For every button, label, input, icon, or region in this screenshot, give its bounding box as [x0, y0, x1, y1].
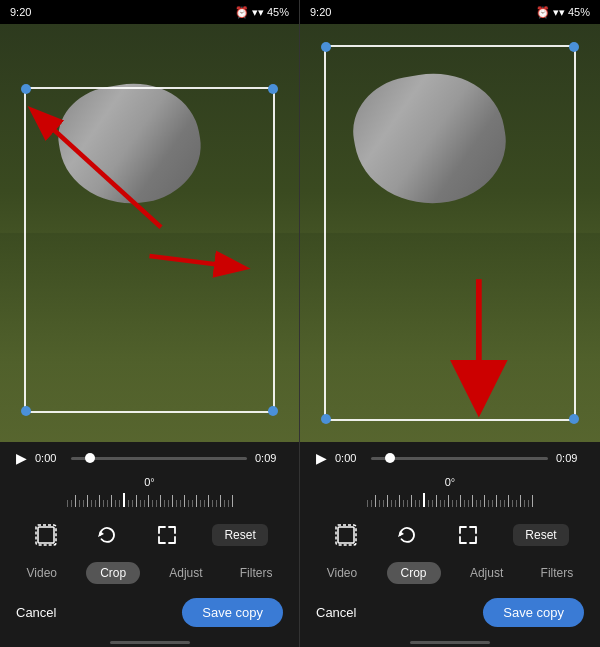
status-bar-right: 9:20 ⏰ ▾▾ 45%	[300, 0, 600, 24]
rotation-bar-left: 0°	[0, 474, 299, 514]
tab-adjust-left[interactable]: Adjust	[161, 562, 210, 584]
wifi-icon-right: ▾▾	[553, 6, 565, 19]
status-icons-right: ⏰ ▾▾ 45%	[536, 6, 590, 19]
alarm-icon: ⏰	[235, 6, 249, 19]
rotate-tool-icon-right[interactable]	[392, 520, 422, 550]
home-bar-right	[410, 641, 490, 644]
progress-thumb-left	[85, 453, 95, 463]
ruler-right[interactable]	[316, 490, 584, 510]
status-icons-left: ⏰ ▾▾ 45%	[235, 6, 289, 19]
tools-bar-right: Reset	[300, 514, 600, 556]
cancel-button-left[interactable]: Cancel	[16, 605, 56, 620]
crop-tool-icon-right[interactable]	[331, 520, 361, 550]
left-panel: 9:20 ⏰ ▾▾ 45%	[0, 0, 300, 647]
crop-overlay-left	[24, 87, 275, 413]
ruler-left[interactable]	[16, 490, 283, 510]
expand-tool-icon-right[interactable]	[453, 520, 483, 550]
tab-filters-left[interactable]: Filters	[232, 562, 281, 584]
time-start-right: 0:00	[335, 452, 363, 464]
degree-left: 0°	[144, 476, 155, 488]
tools-bar-left: Reset	[0, 514, 299, 556]
battery-left: 45%	[267, 6, 289, 18]
ruler-ticks-left	[67, 493, 233, 507]
status-time-left: 9:20	[10, 6, 31, 18]
ruler-ticks-right	[367, 493, 533, 507]
rotate-tool-icon-left[interactable]	[92, 520, 122, 550]
crop-tool-icon-left[interactable]	[31, 520, 61, 550]
time-left: 9:20	[10, 6, 31, 18]
bottom-bar-right: Cancel Save copy	[300, 590, 600, 641]
rotation-bar-right: 0°	[300, 474, 600, 514]
cancel-button-right[interactable]: Cancel	[316, 605, 356, 620]
svg-rect-4	[38, 527, 54, 543]
tabs-bar-left: Video Crop Adjust Filters	[0, 556, 299, 590]
play-button-right[interactable]: ▶	[316, 450, 327, 466]
tab-video-right[interactable]: Video	[319, 562, 365, 584]
degree-right: 0°	[445, 476, 456, 488]
crop-corner-br-left[interactable]	[268, 406, 278, 416]
svg-marker-11	[398, 531, 404, 537]
playback-bar-left: ▶ 0:00 0:09	[0, 442, 299, 474]
time-end-left: 0:09	[255, 452, 283, 464]
battery-right: 45%	[568, 6, 590, 18]
svg-marker-6	[98, 531, 104, 537]
svg-rect-5	[36, 525, 56, 545]
playback-bar-right: ▶ 0:00 0:09	[300, 442, 600, 474]
alarm-icon-right: ⏰	[536, 6, 550, 19]
tab-adjust-right[interactable]: Adjust	[462, 562, 511, 584]
right-panel: 9:20 ⏰ ▾▾ 45%	[300, 0, 600, 647]
expand-tool-icon-left[interactable]	[152, 520, 182, 550]
wifi-icon: ▾▾	[252, 6, 264, 19]
play-button-left[interactable]: ▶	[16, 450, 27, 466]
bottom-bar-left: Cancel Save copy	[0, 590, 299, 641]
time-right: 9:20	[310, 6, 331, 18]
progress-track-right[interactable]	[371, 457, 548, 460]
video-area-right	[300, 24, 600, 442]
home-bar-left	[110, 641, 190, 644]
save-button-right[interactable]: Save copy	[483, 598, 584, 627]
progress-track-left[interactable]	[71, 457, 247, 460]
crop-overlay-right	[324, 45, 576, 421]
save-button-left[interactable]: Save copy	[182, 598, 283, 627]
reset-button-right[interactable]: Reset	[513, 524, 568, 546]
status-bar-left: 9:20 ⏰ ▾▾ 45%	[0, 0, 299, 24]
progress-thumb-right	[385, 453, 395, 463]
time-end-right: 0:09	[556, 452, 584, 464]
tab-filters-right[interactable]: Filters	[533, 562, 582, 584]
tab-crop-right[interactable]: Crop	[387, 562, 441, 584]
crop-corner-tl-right[interactable]	[321, 42, 331, 52]
status-time-right: 9:20	[310, 6, 331, 18]
crop-corner-tr-left[interactable]	[268, 84, 278, 94]
home-indicator-right	[300, 641, 600, 647]
svg-rect-9	[338, 527, 354, 543]
svg-rect-10	[336, 525, 356, 545]
video-area-left	[0, 24, 299, 442]
tabs-bar-right: Video Crop Adjust Filters	[300, 556, 600, 590]
crop-corner-tr-right[interactable]	[569, 42, 579, 52]
home-indicator-left	[0, 641, 299, 647]
crop-corner-tl-left[interactable]	[21, 84, 31, 94]
tab-crop-left[interactable]: Crop	[86, 562, 140, 584]
reset-button-left[interactable]: Reset	[212, 524, 267, 546]
crop-corner-bl-left[interactable]	[21, 406, 31, 416]
time-start-left: 0:00	[35, 452, 63, 464]
tab-video-left[interactable]: Video	[19, 562, 65, 584]
